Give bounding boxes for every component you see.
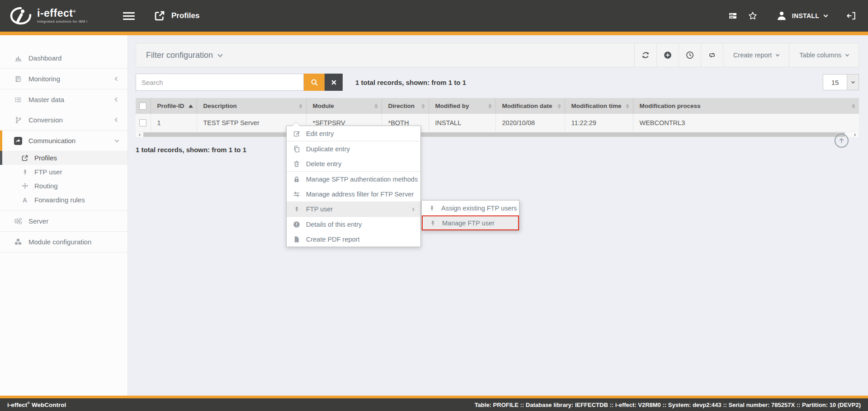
column-header-modified-by[interactable]: Modified by xyxy=(429,98,495,114)
add-entry-button[interactable] xyxy=(656,43,679,67)
sort-ascending-icon xyxy=(189,104,193,107)
scroll-right-button[interactable]: › xyxy=(851,132,859,137)
menu-item-manage-sftp-auth[interactable]: Manage SFTP authentication methods xyxy=(287,172,420,187)
app: { "navbar": { "logo": { "brand": "i-effe… xyxy=(0,0,868,411)
external-link-icon xyxy=(154,10,165,22)
submenu-item-assign-existing-ftp-users[interactable]: Assign existing FTP users xyxy=(422,201,519,215)
sidebar-item-master-data[interactable]: Master data xyxy=(0,89,127,110)
select-all-header xyxy=(136,98,151,114)
clear-search-button[interactable] xyxy=(325,74,343,91)
column-header-modification-process[interactable]: Modification process xyxy=(633,98,859,114)
history-button[interactable] xyxy=(679,43,701,67)
column-header-modification-time[interactable]: Modification time xyxy=(565,98,633,114)
footer-system-info: Table: PROFILE :: Database library: IEFF… xyxy=(475,402,861,408)
column-header-modification-date[interactable]: Modification date xyxy=(495,98,565,114)
user-icon xyxy=(21,169,29,175)
font-icon: A xyxy=(21,196,29,204)
menu-item-edit-entry[interactable]: Edit entry xyxy=(287,126,420,141)
sidebar-subitem-label: Profiles xyxy=(34,154,57,162)
search-input[interactable] xyxy=(136,74,304,91)
sidebar-item-profiles[interactable]: Profiles xyxy=(0,151,127,165)
sidebar-item-routing[interactable]: Routing xyxy=(0,179,127,193)
sliders-icon xyxy=(292,191,301,198)
refresh-button[interactable] xyxy=(634,43,656,67)
sidebar-item-ftp-user[interactable]: FTP user xyxy=(0,165,127,179)
retweet-icon xyxy=(708,51,717,59)
create-report-label: Create report xyxy=(733,51,772,59)
create-report-dropdown[interactable]: Create report xyxy=(723,43,789,67)
sidebar-subitem-label: Routing xyxy=(34,182,58,190)
menu-item-label: Delete entry xyxy=(306,160,341,168)
select-all-checkbox[interactable] xyxy=(139,103,146,110)
move-icon xyxy=(21,182,29,189)
user-name: INSTALL xyxy=(792,12,819,19)
records-summary-bottom: 1 total records, shown: from 1 to 1 xyxy=(136,146,859,154)
sidebar-item-communication[interactable]: Communication xyxy=(0,131,127,151)
column-header-description[interactable]: Description xyxy=(197,98,306,114)
menu-item-ftp-user[interactable]: FTP user › xyxy=(287,201,420,216)
sidebar-item-server[interactable]: Server xyxy=(0,211,127,231)
app-logo[interactable]: i-effect® integrated solutions for IBM i xyxy=(9,6,108,26)
table-columns-dropdown[interactable]: Table columns xyxy=(789,43,859,67)
menu-item-label: FTP user xyxy=(306,206,333,213)
sidebar-item-label: Monitoring xyxy=(28,75,60,83)
sidebar-item-label: Communication xyxy=(28,137,75,145)
logo-swoosh-icon xyxy=(9,6,33,26)
search-button[interactable] xyxy=(304,74,325,91)
menu-item-delete-entry[interactable]: Delete entry xyxy=(287,156,420,171)
page-size-value: 15 xyxy=(823,75,847,90)
sidebar-item-label: Dashboard xyxy=(28,54,61,62)
column-header-direction[interactable]: Direction xyxy=(382,98,429,114)
footer: i-effect® WebControl Table: PROFILE :: D… xyxy=(0,398,868,411)
menu-icon[interactable] xyxy=(123,12,135,20)
sidebar-subitem-label: Forwarding rules xyxy=(34,196,85,204)
menu-item-label: Create PDF report xyxy=(306,236,359,243)
menu-item-create-pdf-report[interactable]: Create PDF report xyxy=(287,232,420,247)
menu-item-label: Duplicate entry xyxy=(306,145,350,153)
sidebar-item-module-configuration[interactable]: Module configuration xyxy=(0,232,127,252)
retweet-button[interactable] xyxy=(701,43,723,67)
table-row[interactable]: 1 TEST SFTP Server *SFTPSRV *BOTH INSTAL… xyxy=(136,114,859,131)
star-icon[interactable] xyxy=(748,11,757,20)
sidebar-item-label: Server xyxy=(28,217,48,225)
sign-out-icon[interactable] xyxy=(846,11,856,20)
chevron-left-icon xyxy=(115,118,119,122)
close-icon xyxy=(331,79,337,85)
sort-icon xyxy=(557,103,561,108)
server-icon[interactable] xyxy=(728,12,737,20)
scrollbar-thumb[interactable] xyxy=(143,132,845,137)
bar-chart-icon xyxy=(14,55,23,62)
submenu-item-manage-ftp-user[interactable]: Manage FTP user xyxy=(422,215,519,230)
column-header-module[interactable]: Module xyxy=(306,98,382,114)
menu-item-duplicate-entry[interactable]: Duplicate entry xyxy=(287,141,420,156)
accent-bar-top xyxy=(0,32,868,35)
scroll-left-button[interactable]: ‹ xyxy=(136,132,143,137)
sidebar-subitem-label: FTP user xyxy=(34,168,62,176)
page-size-select[interactable]: 15 xyxy=(823,74,859,90)
filter-panel: Filter configuration xyxy=(136,43,859,67)
sidebar-item-label: Module configuration xyxy=(28,238,91,246)
records-summary-top: 1 total records, shown: from 1 to 1 xyxy=(355,79,466,86)
user-icon xyxy=(428,205,436,211)
chevron-down-icon xyxy=(824,13,828,18)
plus-circle-icon xyxy=(664,51,672,59)
profiles-table: Profile-ID Description Module Direction … xyxy=(136,98,859,138)
sidebar-item-forwarding-rules[interactable]: A Forwarding rules xyxy=(0,193,127,207)
scroll-to-top-button[interactable] xyxy=(835,134,849,148)
cell-modification-time: 11:22:29 xyxy=(565,114,633,131)
cell-modification-date: 2020/10/08 xyxy=(495,114,565,131)
user-menu[interactable]: INSTALL xyxy=(776,10,827,21)
filter-configuration-dropdown[interactable]: Filter configuration xyxy=(136,43,634,67)
edit-icon xyxy=(292,130,301,137)
sidebar-item-conversion[interactable]: Conversion xyxy=(0,110,127,130)
menu-item-manage-address-filter[interactable]: Manage address filter for FTP Server xyxy=(287,187,420,201)
page-header: Profiles xyxy=(154,10,199,22)
page-title: Profiles xyxy=(171,11,199,20)
menu-item-details[interactable]: Details of this entry xyxy=(287,217,420,232)
chevron-down-icon xyxy=(217,52,222,57)
column-header-profile-id[interactable]: Profile-ID xyxy=(151,98,197,114)
sidebar-item-dashboard[interactable]: Dashboard xyxy=(0,48,127,68)
user-icon xyxy=(292,206,301,212)
row-checkbox[interactable] xyxy=(139,119,146,126)
sidebar-item-monitoring[interactable]: Monitoring xyxy=(0,69,127,89)
